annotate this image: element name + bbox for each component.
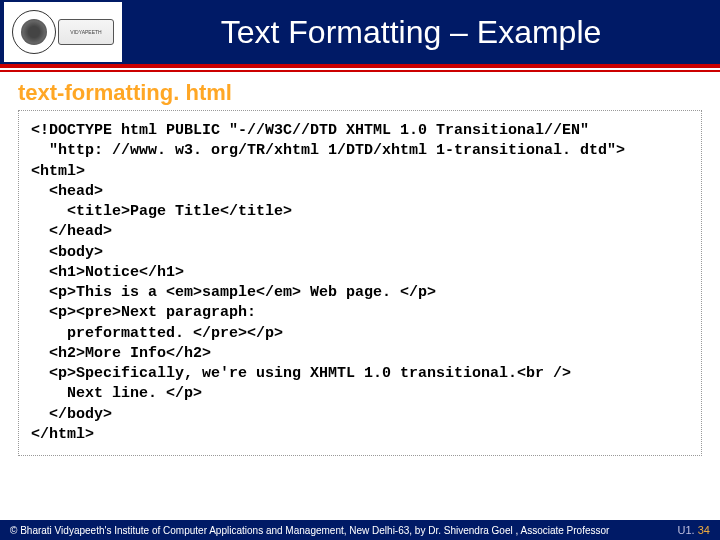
slide-title: Text Formatting – Example	[122, 14, 720, 51]
logo-banner: VIDYAPEETH	[58, 19, 114, 45]
code-example-box: <!DOCTYPE html PUBLIC "-//W3C//DTD XHTML…	[18, 110, 702, 456]
slide-header: VIDYAPEETH Text Formatting – Example	[0, 0, 720, 68]
institution-logo: VIDYAPEETH	[4, 2, 122, 62]
filename-label: text-formatting. html	[0, 72, 720, 110]
logo-emblem	[12, 10, 56, 54]
page-num: 34	[698, 524, 710, 536]
page-prefix: U1.	[678, 524, 698, 536]
gear-icon	[21, 19, 47, 45]
copyright-text: © Bharati Vidyapeeth's Institute of Comp…	[10, 525, 609, 536]
code-content: <!DOCTYPE html PUBLIC "-//W3C//DTD XHTML…	[31, 121, 689, 445]
slide-footer: © Bharati Vidyapeeth's Institute of Comp…	[0, 520, 720, 540]
page-number: U1. 34	[678, 524, 710, 536]
